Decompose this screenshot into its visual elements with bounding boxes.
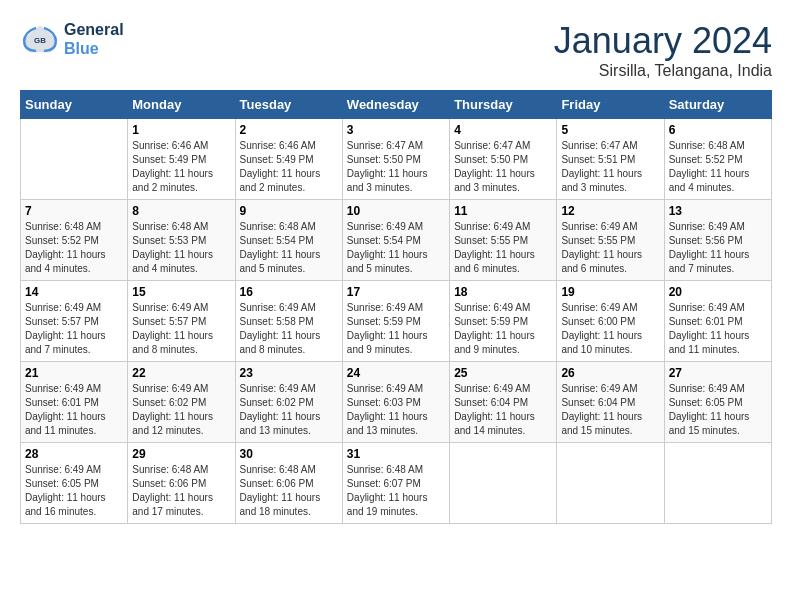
- day-number: 11: [454, 204, 552, 218]
- header-saturday: Saturday: [664, 91, 771, 119]
- day-number: 7: [25, 204, 123, 218]
- calendar-week-1: 1Sunrise: 6:46 AMSunset: 5:49 PMDaylight…: [21, 119, 772, 200]
- day-number: 9: [240, 204, 338, 218]
- header-monday: Monday: [128, 91, 235, 119]
- svg-text:GB: GB: [34, 36, 46, 45]
- calendar-week-3: 14Sunrise: 6:49 AMSunset: 5:57 PMDayligh…: [21, 281, 772, 362]
- calendar-cell: 25Sunrise: 6:49 AMSunset: 6:04 PMDayligh…: [450, 362, 557, 443]
- calendar-cell: 5Sunrise: 6:47 AMSunset: 5:51 PMDaylight…: [557, 119, 664, 200]
- day-info: Sunrise: 6:49 AMSunset: 6:01 PMDaylight:…: [25, 382, 123, 438]
- day-info: Sunrise: 6:48 AMSunset: 5:52 PMDaylight:…: [669, 139, 767, 195]
- calendar-cell: 19Sunrise: 6:49 AMSunset: 6:00 PMDayligh…: [557, 281, 664, 362]
- calendar-cell: 15Sunrise: 6:49 AMSunset: 5:57 PMDayligh…: [128, 281, 235, 362]
- calendar-cell: 7Sunrise: 6:48 AMSunset: 5:52 PMDaylight…: [21, 200, 128, 281]
- title-block: January 2024 Sirsilla, Telangana, India: [554, 20, 772, 80]
- day-info: Sunrise: 6:49 AMSunset: 5:59 PMDaylight:…: [347, 301, 445, 357]
- day-number: 15: [132, 285, 230, 299]
- calendar-cell: 14Sunrise: 6:49 AMSunset: 5:57 PMDayligh…: [21, 281, 128, 362]
- day-info: Sunrise: 6:49 AMSunset: 6:04 PMDaylight:…: [561, 382, 659, 438]
- day-info: Sunrise: 6:49 AMSunset: 6:03 PMDaylight:…: [347, 382, 445, 438]
- day-number: 20: [669, 285, 767, 299]
- day-info: Sunrise: 6:47 AMSunset: 5:50 PMDaylight:…: [347, 139, 445, 195]
- day-number: 21: [25, 366, 123, 380]
- calendar-cell: [664, 443, 771, 524]
- calendar-cell: 20Sunrise: 6:49 AMSunset: 6:01 PMDayligh…: [664, 281, 771, 362]
- calendar-cell: 6Sunrise: 6:48 AMSunset: 5:52 PMDaylight…: [664, 119, 771, 200]
- calendar-week-4: 21Sunrise: 6:49 AMSunset: 6:01 PMDayligh…: [21, 362, 772, 443]
- calendar-cell: 12Sunrise: 6:49 AMSunset: 5:55 PMDayligh…: [557, 200, 664, 281]
- day-info: Sunrise: 6:48 AMSunset: 5:54 PMDaylight:…: [240, 220, 338, 276]
- day-info: Sunrise: 6:49 AMSunset: 6:05 PMDaylight:…: [25, 463, 123, 519]
- logo-icon: GB: [20, 24, 60, 54]
- calendar-cell: 24Sunrise: 6:49 AMSunset: 6:03 PMDayligh…: [342, 362, 449, 443]
- days-header-row: Sunday Monday Tuesday Wednesday Thursday…: [21, 91, 772, 119]
- day-info: Sunrise: 6:49 AMSunset: 5:55 PMDaylight:…: [561, 220, 659, 276]
- day-info: Sunrise: 6:49 AMSunset: 5:56 PMDaylight:…: [669, 220, 767, 276]
- day-info: Sunrise: 6:49 AMSunset: 6:02 PMDaylight:…: [240, 382, 338, 438]
- day-number: 29: [132, 447, 230, 461]
- day-number: 22: [132, 366, 230, 380]
- day-info: Sunrise: 6:49 AMSunset: 5:57 PMDaylight:…: [132, 301, 230, 357]
- day-number: 3: [347, 123, 445, 137]
- day-number: 19: [561, 285, 659, 299]
- logo-text: General Blue: [64, 20, 124, 58]
- day-number: 31: [347, 447, 445, 461]
- day-info: Sunrise: 6:47 AMSunset: 5:50 PMDaylight:…: [454, 139, 552, 195]
- calendar-cell: 9Sunrise: 6:48 AMSunset: 5:54 PMDaylight…: [235, 200, 342, 281]
- day-info: Sunrise: 6:49 AMSunset: 6:02 PMDaylight:…: [132, 382, 230, 438]
- calendar-week-2: 7Sunrise: 6:48 AMSunset: 5:52 PMDaylight…: [21, 200, 772, 281]
- calendar-cell: 8Sunrise: 6:48 AMSunset: 5:53 PMDaylight…: [128, 200, 235, 281]
- calendar-cell: [557, 443, 664, 524]
- day-number: 30: [240, 447, 338, 461]
- day-info: Sunrise: 6:48 AMSunset: 6:06 PMDaylight:…: [240, 463, 338, 519]
- calendar-cell: 16Sunrise: 6:49 AMSunset: 5:58 PMDayligh…: [235, 281, 342, 362]
- day-number: 2: [240, 123, 338, 137]
- day-info: Sunrise: 6:49 AMSunset: 5:59 PMDaylight:…: [454, 301, 552, 357]
- calendar-cell: 11Sunrise: 6:49 AMSunset: 5:55 PMDayligh…: [450, 200, 557, 281]
- calendar-cell: 18Sunrise: 6:49 AMSunset: 5:59 PMDayligh…: [450, 281, 557, 362]
- calendar-cell: 29Sunrise: 6:48 AMSunset: 6:06 PMDayligh…: [128, 443, 235, 524]
- day-info: Sunrise: 6:49 AMSunset: 6:01 PMDaylight:…: [669, 301, 767, 357]
- day-number: 24: [347, 366, 445, 380]
- day-number: 17: [347, 285, 445, 299]
- day-number: 18: [454, 285, 552, 299]
- day-info: Sunrise: 6:49 AMSunset: 6:00 PMDaylight:…: [561, 301, 659, 357]
- page-header: GB General Blue January 2024 Sirsilla, T…: [20, 20, 772, 80]
- month-title: January 2024: [554, 20, 772, 62]
- header-sunday: Sunday: [21, 91, 128, 119]
- day-number: 13: [669, 204, 767, 218]
- calendar-week-5: 28Sunrise: 6:49 AMSunset: 6:05 PMDayligh…: [21, 443, 772, 524]
- calendar-cell: 26Sunrise: 6:49 AMSunset: 6:04 PMDayligh…: [557, 362, 664, 443]
- calendar-cell: 28Sunrise: 6:49 AMSunset: 6:05 PMDayligh…: [21, 443, 128, 524]
- day-info: Sunrise: 6:47 AMSunset: 5:51 PMDaylight:…: [561, 139, 659, 195]
- day-number: 16: [240, 285, 338, 299]
- day-number: 14: [25, 285, 123, 299]
- calendar-cell: 3Sunrise: 6:47 AMSunset: 5:50 PMDaylight…: [342, 119, 449, 200]
- day-info: Sunrise: 6:48 AMSunset: 5:52 PMDaylight:…: [25, 220, 123, 276]
- day-number: 25: [454, 366, 552, 380]
- day-info: Sunrise: 6:49 AMSunset: 5:58 PMDaylight:…: [240, 301, 338, 357]
- calendar-cell: 2Sunrise: 6:46 AMSunset: 5:49 PMDaylight…: [235, 119, 342, 200]
- day-info: Sunrise: 6:48 AMSunset: 6:07 PMDaylight:…: [347, 463, 445, 519]
- day-number: 5: [561, 123, 659, 137]
- header-tuesday: Tuesday: [235, 91, 342, 119]
- logo: GB General Blue: [20, 20, 124, 58]
- calendar-cell: [21, 119, 128, 200]
- calendar-cell: 31Sunrise: 6:48 AMSunset: 6:07 PMDayligh…: [342, 443, 449, 524]
- header-wednesday: Wednesday: [342, 91, 449, 119]
- day-number: 26: [561, 366, 659, 380]
- day-info: Sunrise: 6:48 AMSunset: 5:53 PMDaylight:…: [132, 220, 230, 276]
- day-number: 8: [132, 204, 230, 218]
- day-info: Sunrise: 6:49 AMSunset: 6:04 PMDaylight:…: [454, 382, 552, 438]
- calendar-cell: 22Sunrise: 6:49 AMSunset: 6:02 PMDayligh…: [128, 362, 235, 443]
- day-info: Sunrise: 6:49 AMSunset: 5:57 PMDaylight:…: [25, 301, 123, 357]
- day-number: 4: [454, 123, 552, 137]
- day-info: Sunrise: 6:49 AMSunset: 5:55 PMDaylight:…: [454, 220, 552, 276]
- location: Sirsilla, Telangana, India: [554, 62, 772, 80]
- day-number: 12: [561, 204, 659, 218]
- day-number: 28: [25, 447, 123, 461]
- day-number: 1: [132, 123, 230, 137]
- day-number: 27: [669, 366, 767, 380]
- calendar-cell: 13Sunrise: 6:49 AMSunset: 5:56 PMDayligh…: [664, 200, 771, 281]
- calendar-cell: 27Sunrise: 6:49 AMSunset: 6:05 PMDayligh…: [664, 362, 771, 443]
